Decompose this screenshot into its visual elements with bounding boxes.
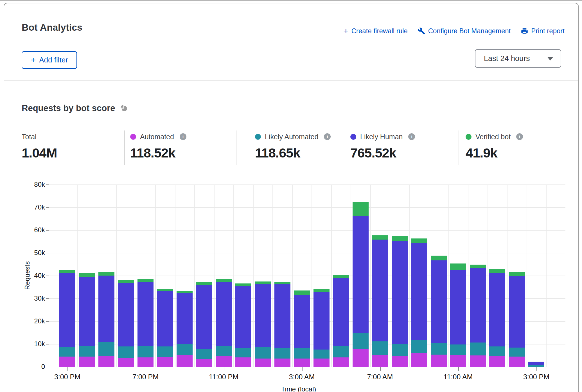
bar-9-00-AM[interactable] — [411, 238, 427, 367]
x-axis-title: Time (local) — [281, 385, 316, 392]
bar-segment-likely-automated — [411, 340, 427, 353]
create-firewall-rule-link[interactable]: + Create firewall rule — [343, 27, 408, 35]
bar-9-00-PM[interactable] — [177, 291, 193, 367]
bar-segment-automated — [79, 357, 95, 367]
stat-label: Likely Automated — [265, 133, 318, 141]
y-axis-label: 70k — [25, 203, 45, 211]
y-axis-tick — [46, 276, 49, 276]
bar-11-00-PM[interactable] — [216, 279, 232, 367]
bar-segment-verified-bot — [411, 238, 427, 243]
bar-segment-automated — [333, 357, 349, 367]
bar-segment-verified-bot — [255, 281, 271, 285]
stat-total-label: Total — [22, 133, 37, 141]
bar-segment-automated — [431, 355, 447, 367]
bar-8-00-AM[interactable] — [392, 236, 408, 367]
bar-segment-automated — [274, 359, 290, 367]
add-filter-label: Add filter — [39, 56, 68, 64]
bar-segment-likely-automated — [235, 348, 251, 357]
y-axis-tick — [46, 344, 49, 344]
bar-segment-automated — [313, 359, 330, 367]
y-axis-label: 60k — [25, 226, 45, 234]
bar-segment-likely-automated — [353, 333, 369, 348]
bar-2-00-AM[interactable] — [274, 282, 290, 367]
bar-segment-likely-human — [216, 282, 232, 346]
x-axis-tick — [146, 367, 146, 371]
stat-label: Likely Human — [360, 133, 403, 141]
bar-segment-verified-bot — [157, 289, 173, 291]
y-axis-label: 20k — [25, 317, 45, 325]
add-filter-button[interactable]: + Add filter — [22, 51, 77, 69]
bar-segment-likely-human — [528, 362, 544, 365]
print-report-link[interactable]: Print report — [521, 27, 565, 35]
time-range-select[interactable]: Last 24 hours — [475, 49, 561, 68]
page-top-rule — [0, 0, 582, 1]
y-axis-title: Requests — [23, 261, 31, 290]
bar-3-00-PM[interactable] — [59, 270, 75, 367]
x-axis-label: 11:00 PM — [196, 373, 252, 381]
gridline-horizontal — [49, 253, 565, 253]
stat-label-row: Likely Automatedi — [255, 132, 331, 141]
bar-segment-likely-human — [431, 260, 447, 343]
bar-7-00-PM[interactable] — [137, 279, 154, 367]
bar-7-00-AM[interactable] — [372, 235, 388, 367]
bar-8-00-PM[interactable] — [157, 289, 173, 367]
bar-1-00-AM[interactable] — [255, 281, 271, 367]
info-icon[interactable]: i — [180, 133, 186, 140]
bar-11-00-AM[interactable] — [450, 263, 466, 367]
bar-12-00-AM[interactable] — [235, 283, 251, 367]
bar-segment-automated — [98, 356, 114, 367]
bar-1-00-PM[interactable] — [489, 269, 505, 367]
bar-2-00-PM[interactable] — [509, 272, 525, 367]
x-axis-label: 7:00 AM — [352, 373, 408, 381]
bar-segment-likely-human — [509, 276, 525, 348]
bar-segment-likely-automated — [392, 344, 408, 355]
bar-10-00-PM[interactable] — [196, 282, 212, 367]
time-range-value: Last 24 hours — [484, 54, 530, 63]
bar-segment-likely-human — [235, 286, 251, 348]
x-axis-label: 3:00 AM — [274, 373, 330, 381]
bar-6-00-AM[interactable] — [353, 202, 369, 367]
stat-label-row: Verified boti — [466, 132, 523, 141]
bar-segment-likely-automated — [450, 344, 466, 355]
configure-bot-management-label: Configure Bot Management — [428, 27, 511, 35]
bar-segment-likely-automated — [216, 346, 232, 356]
bar-segment-likely-human — [294, 295, 310, 348]
y-axis-label: 30k — [25, 294, 45, 302]
y-axis-label: 0 — [25, 363, 45, 371]
bar-segment-verified-bot — [313, 289, 330, 292]
print-report-label: Print report — [531, 27, 565, 35]
bar-5-00-PM[interactable] — [98, 272, 114, 367]
bar-segment-verified-bot — [431, 256, 447, 260]
bar-segment-likely-automated — [294, 348, 310, 359]
bar-segment-automated — [353, 349, 369, 367]
bar-4-00-PM[interactable] — [79, 273, 95, 367]
configure-bot-management-link[interactable]: Configure Bot Management — [418, 27, 511, 35]
bar-segment-likely-human — [59, 273, 75, 347]
bar-segment-automated — [118, 358, 134, 367]
bar-3-00-PM[interactable] — [528, 362, 544, 367]
bar-segment-likely-human — [274, 284, 290, 348]
bar-segment-verified-bot — [118, 280, 134, 283]
bar-segment-likely-automated — [313, 350, 330, 359]
bar-segment-likely-human — [450, 270, 466, 344]
wrench-icon — [418, 27, 425, 35]
info-icon[interactable]: i — [408, 133, 415, 140]
bar-segment-automated — [216, 356, 232, 367]
bar-segment-likely-human — [489, 273, 505, 346]
bar-12-00-PM[interactable] — [470, 265, 486, 367]
info-icon[interactable]: i — [516, 133, 523, 140]
info-icon[interactable]: i — [324, 133, 331, 140]
y-axis-tick — [46, 207, 49, 208]
stat-label-row: Total — [22, 132, 57, 141]
bar-segment-likely-automated — [177, 344, 193, 355]
bar-3-00-AM[interactable] — [294, 290, 310, 367]
bar-segment-automated — [196, 359, 212, 367]
bar-segment-likely-automated — [372, 341, 388, 355]
bar-6-00-PM[interactable] — [118, 280, 134, 367]
bar-10-00-AM[interactable] — [431, 256, 447, 367]
bar-segment-likely-automated — [333, 346, 349, 358]
bar-5-00-AM[interactable] — [333, 275, 349, 367]
bar-4-00-AM[interactable] — [313, 289, 330, 367]
header-divider — [4, 80, 578, 80]
stat-total-value: 1.04M — [22, 145, 57, 161]
